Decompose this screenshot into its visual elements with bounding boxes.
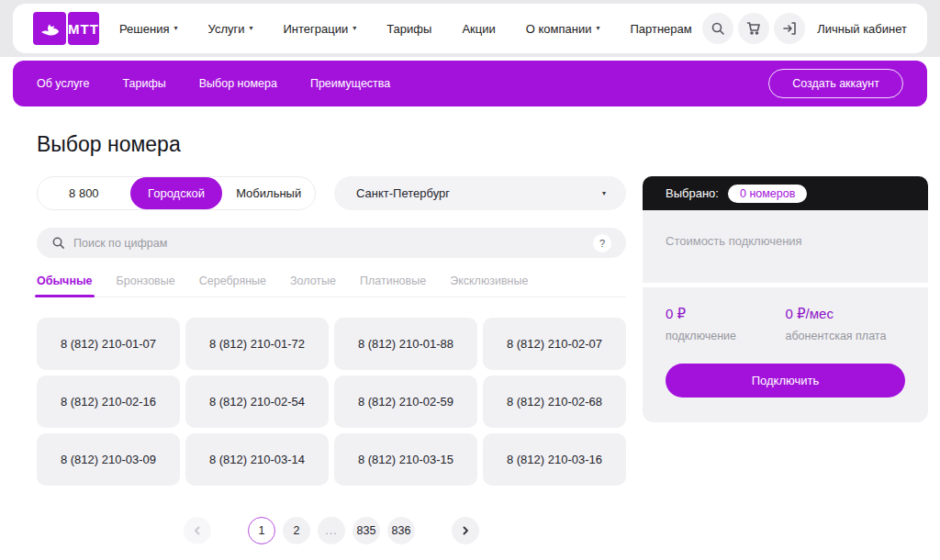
nav-item[interactable]: Интеграции ▾: [284, 22, 357, 36]
category-tab[interactable]: Обычные: [37, 274, 93, 287]
nav-item-label: Тарифы: [386, 22, 431, 36]
pagination-page[interactable]: ...: [318, 517, 345, 544]
selected-count-badge: 0 номеров: [728, 185, 807, 203]
phone-number-card[interactable]: 8 (812) 210-02-54: [185, 375, 329, 428]
search-icon: [51, 236, 65, 250]
digits-search-input[interactable]: [73, 237, 585, 250]
price-row: 0 ₽ подключение 0 ₽/мес абонентская плат…: [666, 306, 905, 342]
digits-search: ?: [37, 228, 626, 258]
chevron-down-icon: ▾: [596, 25, 599, 32]
subnav-item[interactable]: Тарифы: [123, 77, 166, 90]
numbers-grid: 8 (812) 210-01-078 (812) 210-01-728 (812…: [37, 318, 626, 486]
cart-icon: [746, 21, 761, 36]
service-subnav: Об услугеТарифыВыбор номераПреимущества …: [13, 61, 927, 106]
nav-item-label: Партнерам: [630, 22, 691, 36]
nav-item-label: Решения: [119, 22, 169, 36]
subnav-item[interactable]: Преимущества: [310, 77, 390, 90]
setup-price-block: 0 ₽ подключение: [666, 306, 786, 342]
pagination-prev-button[interactable]: [184, 517, 211, 544]
number-type-tab[interactable]: Мобильный: [222, 177, 315, 209]
chevron-down-icon: ▾: [352, 25, 356, 32]
nav-item-label: Услуги: [208, 22, 245, 36]
phone-number-card[interactable]: 8 (812) 210-01-72: [185, 318, 329, 370]
phone-number-card[interactable]: 8 (812) 210-03-15: [334, 433, 477, 486]
phone-number-card[interactable]: 8 (812) 210-03-09: [37, 433, 180, 486]
phone-number-card[interactable]: 8 (812) 210-02-16: [37, 375, 180, 428]
cart-button[interactable]: [738, 13, 769, 44]
nav-item[interactable]: Акции ▾: [462, 22, 495, 36]
phone-number-card[interactable]: 8 (812) 210-01-88: [334, 318, 477, 370]
number-type-tabs: 8 800ГородскойМобильный: [37, 176, 316, 210]
phone-number-card[interactable]: 8 (812) 210-01-07: [37, 318, 180, 370]
subnav-items: Об услугеТарифыВыбор номераПреимущества: [37, 77, 390, 90]
pagination-next-button[interactable]: [452, 517, 479, 544]
cost-panel: Стоимость подключения: [643, 210, 928, 283]
nav-item-label: О компании: [526, 22, 592, 36]
chevron-down-icon: ▾: [249, 25, 252, 32]
monthly-price-block: 0 ₽/мес абонентская плата: [786, 306, 906, 342]
category-tab[interactable]: Платиновые: [360, 274, 426, 287]
category-tab[interactable]: Бронзовые: [117, 274, 175, 287]
number-category-tabs: ОбычныеБронзовыеСеребряныеЗолотыеПлатино…: [37, 274, 626, 297]
nav-item-label: Интеграции: [284, 22, 349, 36]
number-type-tab[interactable]: Городской: [130, 177, 223, 209]
pagination-page[interactable]: 2: [283, 517, 310, 544]
city-select[interactable]: Санкт-Петербург ▾: [334, 176, 626, 210]
connect-button[interactable]: Подключить: [666, 364, 905, 398]
pagination-page[interactable]: 1: [248, 517, 275, 544]
setup-price: 0 ₽: [666, 306, 786, 322]
pagination-page[interactable]: 836: [387, 517, 415, 544]
number-picker: 8 800ГородскойМобильный Санкт-Петербург …: [37, 176, 626, 544]
chevron-down-icon: ▾: [602, 190, 606, 197]
nav-item-label: Акции: [462, 22, 495, 36]
brand-label: МТТ: [68, 21, 99, 37]
filters-row: 8 800ГородскойМобильный Санкт-Петербург …: [37, 176, 626, 210]
phone-number-card[interactable]: 8 (812) 210-02-59: [334, 375, 477, 428]
phone-number-card[interactable]: 8 (812) 210-03-14: [185, 433, 329, 486]
chevron-right-icon: [461, 526, 470, 535]
header-actions: Личный кабинет: [702, 13, 907, 44]
phone-number-card[interactable]: 8 (812) 210-02-07: [483, 318, 626, 370]
pagination: 12...835836: [37, 517, 626, 544]
page-title: Выбор номера: [37, 132, 181, 157]
number-type-tab[interactable]: 8 800: [38, 177, 130, 209]
selected-label: Выбрано:: [666, 186, 719, 200]
main-header: МТТ Решения ▾ Услуги ▾ Интеграции ▾ Тари…: [13, 4, 927, 53]
search-icon: [711, 21, 725, 36]
monthly-price: 0 ₽/мес: [786, 306, 906, 322]
help-button[interactable]: ?: [593, 234, 611, 252]
pagination-page[interactable]: 835: [352, 517, 380, 544]
chevron-down-icon: ▾: [173, 25, 177, 32]
pagination-pages: 12...835836: [248, 517, 415, 544]
selection-header: Выбрано: 0 номеров: [643, 176, 928, 210]
nav-item[interactable]: Услуги ▾: [208, 22, 253, 36]
city-select-value: Санкт-Петербург: [356, 186, 450, 200]
phone-number-card[interactable]: 8 (812) 210-03-16: [483, 433, 626, 486]
monthly-price-label: абонентская плата: [786, 330, 906, 342]
setup-price-label: подключение: [666, 330, 786, 342]
login-button[interactable]: [774, 13, 805, 44]
price-panel: 0 ₽ подключение 0 ₽/мес абонентская плат…: [643, 287, 928, 422]
bird-logo-icon: [33, 12, 66, 45]
main-nav: Решения ▾ Услуги ▾ Интеграции ▾ Тарифы ▾…: [119, 22, 692, 36]
account-link[interactable]: Личный кабинет: [817, 22, 907, 36]
nav-item[interactable]: Партнерам ▾: [630, 22, 691, 36]
category-tab[interactable]: Эксклюзивные: [450, 274, 528, 287]
category-tab[interactable]: Золотые: [290, 274, 336, 287]
nav-item[interactable]: Решения ▾: [119, 22, 178, 36]
search-button[interactable]: [702, 13, 733, 44]
category-tab[interactable]: Серебряные: [199, 274, 266, 287]
mtt-logo[interactable]: МТТ: [33, 12, 99, 45]
nav-item[interactable]: Тарифы ▾: [386, 22, 431, 36]
chevron-left-icon: [193, 526, 202, 535]
selection-summary: Выбрано: 0 номеров Стоимость подключения…: [643, 176, 928, 422]
subnav-item[interactable]: Выбор номера: [199, 77, 277, 90]
phone-number-card[interactable]: 8 (812) 210-02-68: [483, 375, 626, 428]
create-account-button[interactable]: Создать аккаунт: [768, 69, 903, 98]
brand-logo-text: МТТ: [68, 12, 99, 45]
cost-title: Стоимость подключения: [666, 234, 802, 248]
nav-item[interactable]: О компании ▾: [526, 22, 600, 36]
subnav-item[interactable]: Об услуге: [37, 77, 90, 90]
login-arrow-icon: [782, 21, 797, 36]
